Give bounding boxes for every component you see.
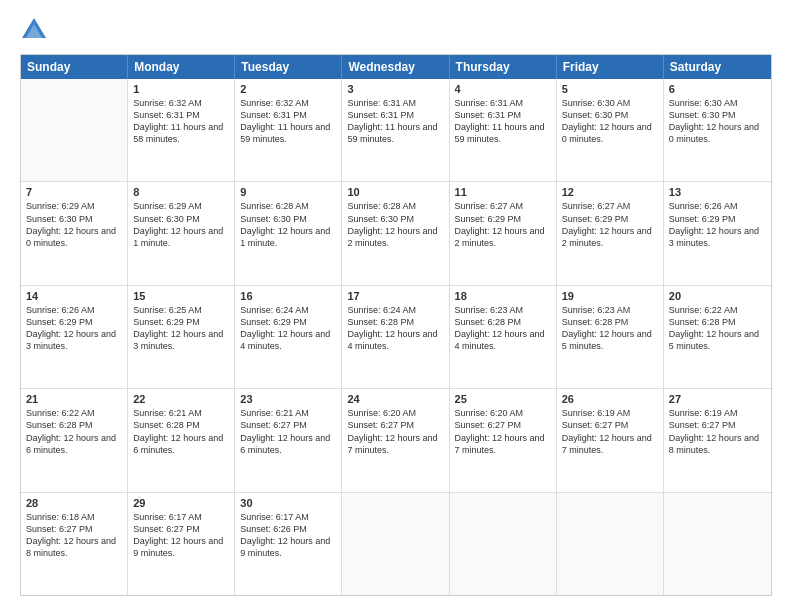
day-number: 10 xyxy=(347,186,443,198)
calendar-body: 1Sunrise: 6:32 AM Sunset: 6:31 PM Daylig… xyxy=(21,79,771,595)
day-number: 11 xyxy=(455,186,551,198)
calendar-week-2: 7Sunrise: 6:29 AM Sunset: 6:30 PM Daylig… xyxy=(21,182,771,285)
cell-info: Sunrise: 6:29 AM Sunset: 6:30 PM Dayligh… xyxy=(133,200,229,249)
cell-info: Sunrise: 6:22 AM Sunset: 6:28 PM Dayligh… xyxy=(669,304,766,353)
cell-info: Sunrise: 6:31 AM Sunset: 6:31 PM Dayligh… xyxy=(455,97,551,146)
day-number: 19 xyxy=(562,290,658,302)
cell-info: Sunrise: 6:30 AM Sunset: 6:30 PM Dayligh… xyxy=(669,97,766,146)
page: SundayMondayTuesdayWednesdayThursdayFrid… xyxy=(0,0,792,612)
calendar-week-3: 14Sunrise: 6:26 AM Sunset: 6:29 PM Dayli… xyxy=(21,286,771,389)
day-number: 5 xyxy=(562,83,658,95)
cell-info: Sunrise: 6:20 AM Sunset: 6:27 PM Dayligh… xyxy=(347,407,443,456)
day-number: 14 xyxy=(26,290,122,302)
empty-cell xyxy=(557,493,664,595)
day-number: 22 xyxy=(133,393,229,405)
day-cell-12: 12Sunrise: 6:27 AM Sunset: 6:29 PM Dayli… xyxy=(557,182,664,284)
cell-info: Sunrise: 6:28 AM Sunset: 6:30 PM Dayligh… xyxy=(240,200,336,249)
day-cell-6: 6Sunrise: 6:30 AM Sunset: 6:30 PM Daylig… xyxy=(664,79,771,181)
day-number: 15 xyxy=(133,290,229,302)
day-number: 30 xyxy=(240,497,336,509)
logo xyxy=(20,16,52,44)
day-cell-4: 4Sunrise: 6:31 AM Sunset: 6:31 PM Daylig… xyxy=(450,79,557,181)
day-cell-28: 28Sunrise: 6:18 AM Sunset: 6:27 PM Dayli… xyxy=(21,493,128,595)
day-number: 2 xyxy=(240,83,336,95)
day-cell-8: 8Sunrise: 6:29 AM Sunset: 6:30 PM Daylig… xyxy=(128,182,235,284)
cell-info: Sunrise: 6:22 AM Sunset: 6:28 PM Dayligh… xyxy=(26,407,122,456)
day-cell-5: 5Sunrise: 6:30 AM Sunset: 6:30 PM Daylig… xyxy=(557,79,664,181)
day-number: 16 xyxy=(240,290,336,302)
day-cell-10: 10Sunrise: 6:28 AM Sunset: 6:30 PM Dayli… xyxy=(342,182,449,284)
day-cell-2: 2Sunrise: 6:32 AM Sunset: 6:31 PM Daylig… xyxy=(235,79,342,181)
day-cell-24: 24Sunrise: 6:20 AM Sunset: 6:27 PM Dayli… xyxy=(342,389,449,491)
cell-info: Sunrise: 6:19 AM Sunset: 6:27 PM Dayligh… xyxy=(562,407,658,456)
cell-info: Sunrise: 6:25 AM Sunset: 6:29 PM Dayligh… xyxy=(133,304,229,353)
header-day-friday: Friday xyxy=(557,55,664,79)
cell-info: Sunrise: 6:17 AM Sunset: 6:27 PM Dayligh… xyxy=(133,511,229,560)
cell-info: Sunrise: 6:28 AM Sunset: 6:30 PM Dayligh… xyxy=(347,200,443,249)
day-number: 4 xyxy=(455,83,551,95)
day-cell-9: 9Sunrise: 6:28 AM Sunset: 6:30 PM Daylig… xyxy=(235,182,342,284)
day-cell-7: 7Sunrise: 6:29 AM Sunset: 6:30 PM Daylig… xyxy=(21,182,128,284)
cell-info: Sunrise: 6:18 AM Sunset: 6:27 PM Dayligh… xyxy=(26,511,122,560)
day-cell-21: 21Sunrise: 6:22 AM Sunset: 6:28 PM Dayli… xyxy=(21,389,128,491)
cell-info: Sunrise: 6:30 AM Sunset: 6:30 PM Dayligh… xyxy=(562,97,658,146)
logo-icon xyxy=(20,16,48,44)
cell-info: Sunrise: 6:32 AM Sunset: 6:31 PM Dayligh… xyxy=(133,97,229,146)
day-number: 26 xyxy=(562,393,658,405)
day-cell-11: 11Sunrise: 6:27 AM Sunset: 6:29 PM Dayli… xyxy=(450,182,557,284)
day-number: 6 xyxy=(669,83,766,95)
cell-info: Sunrise: 6:31 AM Sunset: 6:31 PM Dayligh… xyxy=(347,97,443,146)
header-day-tuesday: Tuesday xyxy=(235,55,342,79)
cell-info: Sunrise: 6:19 AM Sunset: 6:27 PM Dayligh… xyxy=(669,407,766,456)
cell-info: Sunrise: 6:27 AM Sunset: 6:29 PM Dayligh… xyxy=(455,200,551,249)
calendar: SundayMondayTuesdayWednesdayThursdayFrid… xyxy=(20,54,772,596)
day-cell-27: 27Sunrise: 6:19 AM Sunset: 6:27 PM Dayli… xyxy=(664,389,771,491)
day-number: 13 xyxy=(669,186,766,198)
day-number: 27 xyxy=(669,393,766,405)
cell-info: Sunrise: 6:23 AM Sunset: 6:28 PM Dayligh… xyxy=(455,304,551,353)
day-cell-13: 13Sunrise: 6:26 AM Sunset: 6:29 PM Dayli… xyxy=(664,182,771,284)
day-cell-22: 22Sunrise: 6:21 AM Sunset: 6:28 PM Dayli… xyxy=(128,389,235,491)
empty-cell xyxy=(342,493,449,595)
header-day-sunday: Sunday xyxy=(21,55,128,79)
day-number: 18 xyxy=(455,290,551,302)
day-number: 8 xyxy=(133,186,229,198)
day-number: 23 xyxy=(240,393,336,405)
day-number: 21 xyxy=(26,393,122,405)
day-number: 20 xyxy=(669,290,766,302)
day-number: 9 xyxy=(240,186,336,198)
cell-info: Sunrise: 6:20 AM Sunset: 6:27 PM Dayligh… xyxy=(455,407,551,456)
cell-info: Sunrise: 6:21 AM Sunset: 6:28 PM Dayligh… xyxy=(133,407,229,456)
calendar-week-5: 28Sunrise: 6:18 AM Sunset: 6:27 PM Dayli… xyxy=(21,493,771,595)
calendar-week-1: 1Sunrise: 6:32 AM Sunset: 6:31 PM Daylig… xyxy=(21,79,771,182)
day-number: 12 xyxy=(562,186,658,198)
day-number: 25 xyxy=(455,393,551,405)
cell-info: Sunrise: 6:24 AM Sunset: 6:28 PM Dayligh… xyxy=(347,304,443,353)
header-day-monday: Monday xyxy=(128,55,235,79)
header-day-thursday: Thursday xyxy=(450,55,557,79)
cell-info: Sunrise: 6:27 AM Sunset: 6:29 PM Dayligh… xyxy=(562,200,658,249)
cell-info: Sunrise: 6:23 AM Sunset: 6:28 PM Dayligh… xyxy=(562,304,658,353)
day-cell-16: 16Sunrise: 6:24 AM Sunset: 6:29 PM Dayli… xyxy=(235,286,342,388)
empty-cell xyxy=(450,493,557,595)
cell-info: Sunrise: 6:26 AM Sunset: 6:29 PM Dayligh… xyxy=(26,304,122,353)
cell-info: Sunrise: 6:32 AM Sunset: 6:31 PM Dayligh… xyxy=(240,97,336,146)
cell-info: Sunrise: 6:29 AM Sunset: 6:30 PM Dayligh… xyxy=(26,200,122,249)
cell-info: Sunrise: 6:24 AM Sunset: 6:29 PM Dayligh… xyxy=(240,304,336,353)
cell-info: Sunrise: 6:21 AM Sunset: 6:27 PM Dayligh… xyxy=(240,407,336,456)
day-number: 29 xyxy=(133,497,229,509)
day-number: 3 xyxy=(347,83,443,95)
day-number: 28 xyxy=(26,497,122,509)
cell-info: Sunrise: 6:26 AM Sunset: 6:29 PM Dayligh… xyxy=(669,200,766,249)
day-cell-15: 15Sunrise: 6:25 AM Sunset: 6:29 PM Dayli… xyxy=(128,286,235,388)
empty-cell xyxy=(21,79,128,181)
empty-cell xyxy=(664,493,771,595)
day-number: 24 xyxy=(347,393,443,405)
header-day-saturday: Saturday xyxy=(664,55,771,79)
day-cell-1: 1Sunrise: 6:32 AM Sunset: 6:31 PM Daylig… xyxy=(128,79,235,181)
day-cell-20: 20Sunrise: 6:22 AM Sunset: 6:28 PM Dayli… xyxy=(664,286,771,388)
day-number: 1 xyxy=(133,83,229,95)
day-cell-3: 3Sunrise: 6:31 AM Sunset: 6:31 PM Daylig… xyxy=(342,79,449,181)
day-cell-26: 26Sunrise: 6:19 AM Sunset: 6:27 PM Dayli… xyxy=(557,389,664,491)
day-number: 7 xyxy=(26,186,122,198)
